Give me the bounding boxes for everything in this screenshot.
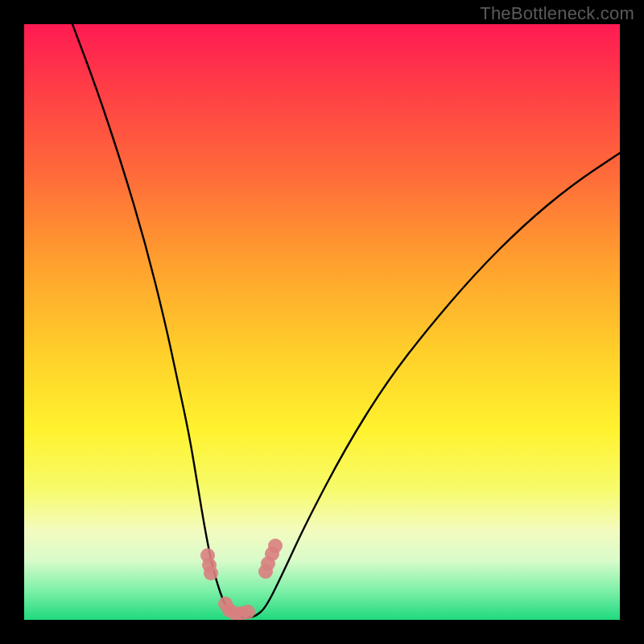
markers-left-point: [241, 605, 255, 619]
bottleneck-curve: [72, 24, 620, 617]
watermark-text: TheBottleneck.com: [480, 3, 634, 24]
plot-area: [24, 24, 620, 620]
chart-svg: [24, 24, 620, 620]
chart-frame: TheBottleneck.com: [0, 0, 644, 644]
markers-right-point: [268, 539, 283, 553]
markers-left-point: [204, 566, 218, 580]
